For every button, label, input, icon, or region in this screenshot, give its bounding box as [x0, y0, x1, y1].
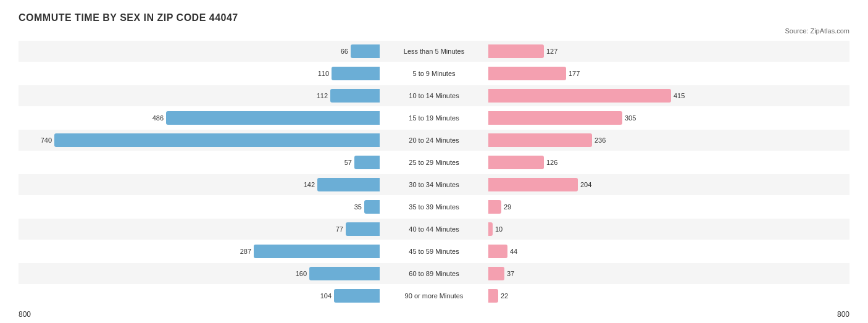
male-value: 110	[318, 70, 329, 77]
source-label: Source: ZipAtlas.com	[19, 27, 849, 35]
bars-left: 110	[19, 67, 380, 80]
female-value: 127	[546, 48, 557, 55]
right-section: 22	[483, 289, 849, 303]
bar-female	[488, 178, 578, 191]
male-value: 740	[41, 136, 52, 144]
female-value: 37	[507, 270, 514, 277]
right-section: 126	[483, 156, 849, 169]
bars-right: 37	[488, 267, 849, 280]
female-value: 10	[495, 225, 503, 233]
chart-row: 11210 to 14 Minutes415	[19, 85, 849, 106]
bar-male	[317, 178, 380, 191]
bar-female	[488, 133, 592, 147]
female-value: 44	[510, 248, 517, 255]
bars-left: 35	[19, 200, 380, 214]
bar-female	[488, 289, 498, 303]
right-section: 10	[483, 222, 849, 236]
bar-female	[488, 67, 566, 80]
chart-row: 14230 to 34 Minutes204	[19, 174, 849, 195]
row-label: 45 to 59 Minutes	[385, 248, 483, 255]
male-value: 112	[317, 92, 328, 99]
right-section: 44	[483, 245, 849, 258]
female-value: 22	[501, 292, 508, 300]
female-value: 415	[674, 92, 685, 99]
male-value: 287	[240, 248, 251, 255]
chart-row: 3535 to 39 Minutes29	[19, 196, 849, 217]
female-value: 29	[504, 203, 511, 211]
row-label: 30 to 34 Minutes	[385, 181, 483, 188]
row-label: 90 or more Minutes	[385, 292, 483, 300]
right-section: 236	[483, 133, 849, 147]
bars-left: 66	[19, 44, 380, 58]
left-section: 740	[19, 133, 385, 147]
chart-row: 1105 to 9 Minutes177	[19, 63, 849, 84]
bar-female	[488, 89, 671, 103]
right-section: 305	[483, 111, 849, 125]
bar-female	[488, 267, 504, 280]
chart-row: 5725 to 29 Minutes126	[19, 152, 849, 173]
left-section: 57	[19, 156, 385, 169]
bars-right: 29	[488, 200, 849, 214]
bars-right: 22	[488, 289, 849, 303]
left-section: 112	[19, 89, 385, 103]
male-value: 66	[341, 48, 348, 55]
row-label: 20 to 24 Minutes	[385, 136, 483, 144]
chart-row: 48615 to 19 Minutes305	[19, 107, 849, 128]
row-label: 10 to 14 Minutes	[385, 92, 483, 99]
bars-right: 127	[488, 44, 849, 58]
left-section: 160	[19, 267, 385, 280]
bars-right: 10	[488, 222, 849, 236]
bars-left: 57	[19, 156, 380, 169]
bars-right: 305	[488, 111, 849, 125]
female-value: 204	[580, 181, 591, 188]
right-section: 177	[483, 67, 849, 80]
chart-row: 16060 to 89 Minutes37	[19, 263, 849, 284]
left-section: 110	[19, 67, 385, 80]
female-value: 236	[595, 136, 606, 144]
bar-male	[254, 245, 380, 258]
left-section: 142	[19, 178, 385, 191]
row-label: 5 to 9 Minutes	[385, 70, 483, 77]
bar-male	[346, 222, 380, 236]
bar-male	[54, 133, 380, 147]
row-label: 15 to 19 Minutes	[385, 114, 483, 122]
right-section: 37	[483, 267, 849, 280]
female-value: 177	[569, 70, 580, 77]
bar-male	[354, 156, 380, 169]
left-section: 486	[19, 111, 385, 125]
right-section: 204	[483, 178, 849, 191]
chart-row: 74020 to 24 Minutes236	[19, 130, 849, 151]
bars-left: 142	[19, 178, 380, 191]
bars-left: 486	[19, 111, 380, 125]
right-section: 415	[483, 89, 849, 103]
page-title: COMMUTE TIME BY SEX IN ZIP CODE 44047	[19, 12, 849, 23]
bar-male	[330, 89, 380, 103]
row-label: 60 to 89 Minutes	[385, 270, 483, 277]
left-section: 287	[19, 245, 385, 258]
bars-right: 415	[488, 89, 849, 103]
male-value: 77	[336, 225, 343, 233]
chart-row: 28745 to 59 Minutes44	[19, 241, 849, 262]
bar-male	[351, 44, 380, 58]
bars-left: 77	[19, 222, 380, 236]
left-section: 77	[19, 222, 385, 236]
bar-female	[488, 222, 493, 236]
bars-left: 740	[19, 133, 380, 147]
bar-male	[332, 67, 380, 80]
bars-left: 104	[19, 289, 380, 303]
bars-right: 204	[488, 178, 849, 191]
chart-row: 66Less than 5 Minutes127	[19, 41, 849, 62]
bar-female	[488, 245, 507, 258]
bar-male	[309, 267, 380, 280]
bar-female	[488, 156, 544, 169]
row-label: Less than 5 Minutes	[385, 48, 483, 55]
bars-left: 112	[19, 89, 380, 103]
bars-left: 160	[19, 267, 380, 280]
row-label: 25 to 29 Minutes	[385, 159, 483, 166]
axis-left: 800	[19, 310, 31, 319]
male-value: 142	[304, 181, 315, 188]
bars-right: 236	[488, 133, 849, 147]
bar-female	[488, 200, 501, 214]
left-section: 66	[19, 44, 385, 58]
bar-female	[488, 111, 622, 125]
